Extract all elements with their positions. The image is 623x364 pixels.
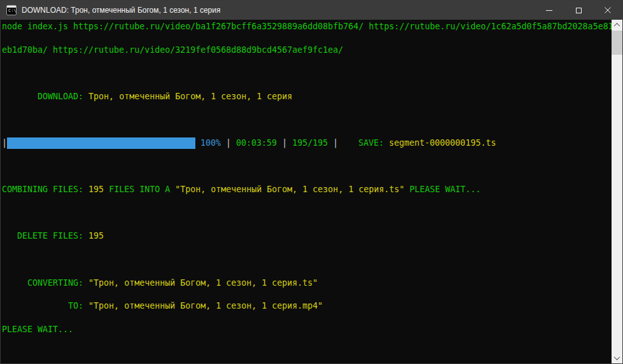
separator: | (328, 138, 358, 148)
blank-line (2, 161, 612, 172)
delete-line: DELETE FILES: 195 (2, 230, 612, 242)
combining-count: 195 (88, 185, 104, 194)
command-text: node index.js https://rutube.ru/video/ba… (2, 22, 612, 31)
blank-line (2, 254, 612, 265)
window-body: node index.js https://rutube.ru/video/ba… (1, 20, 622, 363)
scroll-down-button[interactable] (612, 353, 622, 363)
separator: | (221, 138, 236, 148)
console-output: node index.js https://rutube.ru/video/ba… (1, 20, 612, 363)
progress-percent: 100% (195, 138, 221, 148)
save-label: SAVE: (358, 138, 389, 148)
command-line-1: node index.js https://rutube.ru/video/ba… (2, 21, 612, 32)
minimize-icon (546, 10, 552, 11)
console-window: C:\ DOWNLOAD: Трон, отмеченный Богом, 1 … (0, 0, 623, 364)
maximize-icon (576, 8, 582, 13)
blank-line (2, 67, 612, 79)
vertical-scrollbar[interactable] (612, 20, 622, 363)
scrollbar-thumb[interactable] (612, 31, 622, 55)
combining-wait: PLEASE WAIT... (404, 185, 480, 194)
progress-line: | 100% | 00:03:59 | 195/195 | SAVE: segm… (2, 137, 612, 149)
title-bar[interactable]: C:\ DOWNLOAD: Трон, отмеченный Богом, 1 … (1, 1, 622, 20)
download-status-line: DOWNLOAD: Трон, отмеченный Богом, 1 сезо… (2, 91, 612, 102)
download-label: DOWNLOAD: (2, 92, 88, 101)
close-button[interactable] (593, 1, 622, 20)
converting-line: CONVERTING: "Трон, отмеченный Богом, 1 с… (2, 277, 612, 289)
blank-line (2, 207, 612, 219)
progress-cursor: | (2, 138, 7, 148)
chevron-up-icon (614, 23, 620, 29)
scroll-up-button[interactable] (612, 20, 622, 31)
command-text: eb1d70ba/ https://rutube.ru/video/3219fe… (2, 45, 343, 55)
maximize-button[interactable] (564, 1, 593, 20)
delete-count: 195 (88, 231, 104, 241)
please-wait-line: PLEASE WAIT... (2, 324, 612, 335)
to-label: TO: (2, 301, 88, 311)
converting-to-line: TO: "Трон, отмеченный Богом, 1 сезон, 1 … (2, 300, 612, 312)
delete-label: DELETE FILES: (2, 231, 88, 241)
combining-filename: "Трон, отмеченный Богом, 1 сезон, 1 сери… (175, 185, 404, 194)
cmd-prompt-icon: C:\ (6, 5, 17, 15)
combining-label: COMBINING FILES: (2, 185, 88, 194)
converting-label: CONVERTING: (2, 278, 88, 288)
download-title: Трон, отмеченный Богом, 1 сезон, 1 серия (88, 92, 292, 101)
close-icon (605, 7, 611, 13)
save-filename: segment-0000000195.ts (389, 138, 496, 148)
blank-line (2, 114, 612, 125)
progress-count: 195/195 (292, 138, 328, 148)
separator: | (277, 138, 292, 148)
combining-middle: FILES INTO A (104, 185, 175, 194)
command-line-2: eb1d70ba/ https://rutube.ru/video/3219fe… (2, 45, 612, 56)
please-wait-text: PLEASE WAIT... (2, 325, 73, 334)
progress-bar-fill (7, 137, 195, 149)
progress-time: 00:03:59 (236, 138, 277, 148)
caption-buttons (535, 1, 622, 20)
window-title: DOWNLOAD: Трон, отмеченный Богом, 1 сезо… (22, 6, 220, 15)
combining-line: COMBINING FILES: 195 FILES INTO A "Трон,… (2, 184, 612, 195)
terminal-screen: node index.js https://rutube.ru/video/ba… (2, 21, 612, 347)
chevron-down-icon (614, 354, 620, 360)
converting-filename: "Трон, отмеченный Богом, 1 сезон, 1 сери… (88, 278, 318, 288)
minimize-button[interactable] (535, 1, 564, 20)
to-filename: "Трон, отмеченный Богом, 1 сезон, 1 сери… (88, 301, 323, 311)
